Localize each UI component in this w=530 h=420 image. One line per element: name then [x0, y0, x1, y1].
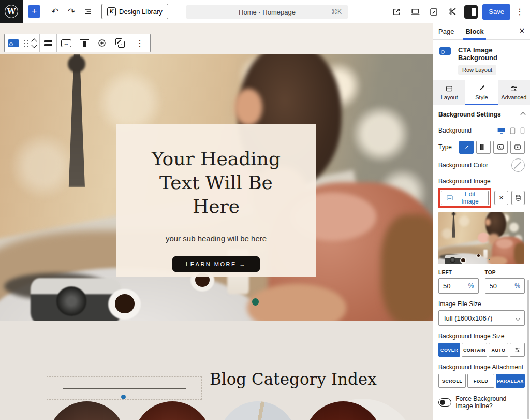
settings-sidebar-toggle[interactable]: [463, 4, 479, 20]
design-library-button[interactable]: K Design Library: [101, 4, 168, 19]
force-inline-row: Force Background Image inline?: [438, 395, 525, 410]
wordpress-menu-button[interactable]: W: [0, 0, 23, 23]
list-view-button[interactable]: [80, 3, 96, 20]
kadence-settings-button[interactable]: [444, 4, 461, 20]
type-label: Type: [438, 143, 452, 151]
tab-style[interactable]: Style: [465, 80, 497, 105]
category-circle[interactable]: [219, 401, 297, 420]
hero-heading[interactable]: Your Heading Text Will Be Here: [134, 147, 298, 219]
block-inserter-button[interactable]: +: [28, 5, 40, 18]
background-color-label: Background Color: [438, 162, 488, 169]
row-layout-block-icon[interactable]: [8, 39, 19, 47]
kadence-library-icon: K: [107, 7, 116, 16]
video-icon: [514, 143, 521, 151]
no-color-swatch[interactable]: [511, 158, 525, 172]
plus-circle-icon: [97, 38, 107, 48]
block-toolbar: ↔ ⋮: [4, 34, 151, 52]
tab-block[interactable]: Block: [465, 23, 483, 40]
type-video-button[interactable]: [510, 141, 525, 154]
remove-image-button[interactable]: ✕: [494, 191, 508, 205]
left-position-input[interactable]: [443, 282, 459, 290]
align-bars-icon: [44, 40, 52, 46]
attachment-label: Background Image Attachment: [438, 364, 525, 371]
size-auto-button[interactable]: AUTO: [489, 343, 508, 357]
attachment-fixed-button[interactable]: FIXED: [467, 374, 494, 388]
attachment-buttons: SCROLL FIXED PARALLAX: [438, 374, 525, 388]
collapse-icon: [521, 112, 526, 117]
block-options-button[interactable]: ⋮: [129, 34, 150, 52]
drag-handle-icon[interactable]: [23, 39, 28, 48]
tab-page[interactable]: Page: [438, 23, 454, 40]
percent-unit: %: [468, 282, 474, 289]
block-settings-tabs: Layout Style Advanced: [433, 80, 530, 105]
category-circle[interactable]: [134, 401, 211, 420]
mobile-icon[interactable]: [520, 127, 525, 134]
vertical-align-button[interactable]: [39, 34, 56, 52]
top-position-field: %: [485, 278, 525, 294]
image-file-size-select[interactable]: full (1600x1067): [438, 310, 525, 326]
left-position-field: %: [438, 278, 479, 294]
attachment-parallax-button[interactable]: PARALLAX: [496, 374, 525, 388]
file-size-label: Image File Size: [438, 300, 525, 308]
background-type-buttons: [459, 141, 525, 154]
more-options-icon: ⋮: [134, 38, 146, 48]
command-palette[interactable]: Home · Homepage ⌘K: [186, 5, 348, 19]
tab-layout-label: Layout: [441, 94, 458, 100]
view-site-button[interactable]: [388, 4, 405, 20]
responsive-controls: [497, 127, 525, 134]
tablet-icon[interactable]: [510, 127, 516, 134]
block-style-button[interactable]: [111, 34, 129, 52]
top-position-input[interactable]: [490, 282, 505, 290]
insert-column-button[interactable]: [93, 34, 111, 52]
divider-resize-handle[interactable]: [121, 395, 126, 399]
background-type-row: Type: [438, 137, 525, 157]
background-settings-header[interactable]: Background Settings: [438, 105, 525, 124]
wordpress-logo-icon: W: [5, 5, 18, 18]
selected-block-card: CTA Image Background Row Layout: [433, 40, 530, 80]
dynamic-source-button[interactable]: [511, 191, 525, 205]
layout-icon: [445, 84, 453, 93]
collapsed-panels: Background Overlay Settings Border Setti…: [433, 417, 530, 420]
editor-mode-button[interactable]: [425, 4, 442, 20]
gradient-icon: [480, 144, 487, 150]
options-menu-button[interactable]: ⋮: [513, 4, 526, 20]
block-width-button[interactable]: ↔: [56, 34, 76, 52]
size-custom-button[interactable]: [510, 343, 525, 357]
preview-button[interactable]: [407, 4, 423, 20]
type-color-button[interactable]: [459, 141, 474, 154]
move-block-buttons[interactable]: [32, 39, 36, 47]
edit-image-button[interactable]: Edit Image: [441, 191, 489, 205]
close-sidebar-button[interactable]: ✕: [519, 27, 525, 35]
force-inline-toggle[interactable]: [438, 398, 451, 407]
tab-advanced-label: Advanced: [501, 94, 526, 100]
background-image-thumbnail[interactable]: [438, 212, 524, 264]
size-contain-button[interactable]: CONTAIN: [462, 343, 487, 357]
undo-button[interactable]: ↶: [47, 3, 63, 20]
redo-button[interactable]: ↷: [63, 3, 80, 20]
desktop-icon[interactable]: [497, 127, 505, 134]
type-gradient-button[interactable]: [476, 141, 491, 154]
topbar-right-group: Save ⋮: [388, 0, 526, 23]
tab-advanced[interactable]: Advanced: [498, 80, 530, 105]
category-circle[interactable]: [48, 401, 126, 420]
cta-image-background-block[interactable]: Your Heading Text Will Be Here your sub …: [0, 54, 433, 321]
save-button[interactable]: Save: [482, 4, 510, 20]
vertical-align-top-button[interactable]: [76, 34, 93, 52]
kadence-k-icon: [448, 7, 458, 17]
background-overlay-settings-panel[interactable]: Background Overlay Settings: [433, 417, 530, 420]
attachment-scroll-button[interactable]: SCROLL: [438, 374, 466, 388]
align-top-icon: [80, 39, 89, 47]
section-title: Background Settings: [438, 111, 501, 118]
blog-category-heading[interactable]: Blog Category Index: [210, 370, 377, 388]
size-cover-button[interactable]: COVER: [438, 343, 460, 357]
hero-overlay-card: Your Heading Text Will Be Here your sub …: [116, 124, 316, 277]
editor-canvas: ↔ ⋮: [0, 23, 433, 420]
learn-more-button[interactable]: LEARN MORE →: [172, 256, 260, 272]
blog-index-section: Blog Category Index: [0, 321, 433, 420]
width-arrows-icon: ↔: [61, 39, 71, 47]
tab-layout[interactable]: Layout: [433, 80, 465, 105]
cta-block-icon: [439, 47, 451, 55]
sidebar-scrollbar[interactable]: [527, 280, 529, 419]
type-image-button[interactable]: [493, 141, 508, 154]
hero-subheading[interactable]: your sub heading will be here: [134, 234, 298, 243]
